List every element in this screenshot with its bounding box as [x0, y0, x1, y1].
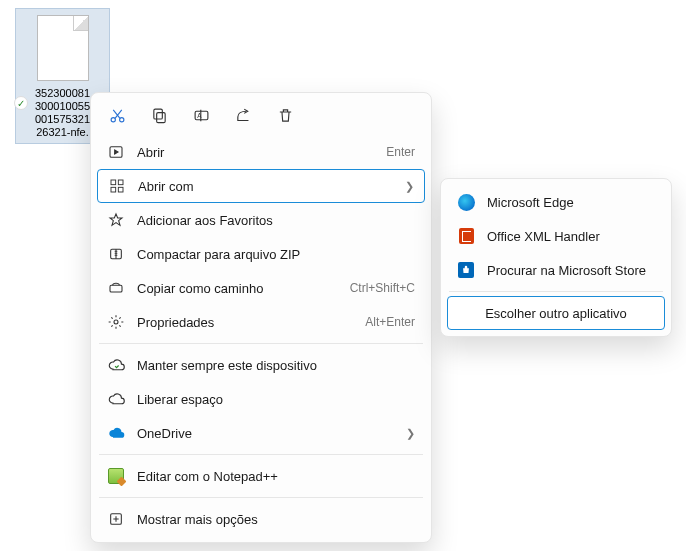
- menu-label: Liberar espaço: [137, 392, 415, 407]
- context-menu: A Abrir Enter Abrir com ❯ Adicionar aos …: [90, 92, 432, 543]
- svg-point-1: [119, 117, 123, 121]
- zip-icon: [107, 245, 125, 263]
- menu-label: Compactar para arquivo ZIP: [137, 247, 415, 262]
- rename-icon[interactable]: A: [191, 105, 211, 125]
- menu-label: Mostrar mais opções: [137, 512, 415, 527]
- menu-label: Abrir com: [138, 179, 393, 194]
- cut-icon[interactable]: [107, 105, 127, 125]
- menu-item-show-more[interactable]: Mostrar mais opções: [97, 502, 425, 536]
- chevron-right-icon: ❯: [405, 180, 414, 193]
- edge-icon: [457, 193, 475, 211]
- menu-separator: [449, 291, 663, 292]
- submenu-label: Office XML Handler: [487, 229, 655, 244]
- menu-item-favorites[interactable]: Adicionar aos Favoritos: [97, 203, 425, 237]
- menu-item-onedrive[interactable]: OneDrive ❯: [97, 416, 425, 450]
- menu-label: Editar com o Notepad++: [137, 469, 415, 484]
- svg-rect-3: [153, 109, 162, 119]
- onedrive-icon: [107, 424, 125, 442]
- menu-item-properties[interactable]: Propriedades Alt+Enter: [97, 305, 425, 339]
- show-more-icon: [107, 510, 125, 528]
- sync-ok-badge: ✓: [14, 96, 28, 110]
- submenu-item-ms-store[interactable]: Procurar na Microsoft Store: [447, 253, 665, 287]
- open-icon: [107, 143, 125, 161]
- notepadpp-icon: [107, 467, 125, 485]
- open-with-submenu: Microsoft Edge Office XML Handler Procur…: [440, 178, 672, 337]
- svg-point-0: [111, 117, 115, 121]
- copy-icon[interactable]: [149, 105, 169, 125]
- context-toolbar: A: [97, 99, 425, 135]
- file-name-part: 352300081: [35, 87, 90, 99]
- menu-label: Propriedades: [137, 315, 353, 330]
- menu-separator: [99, 343, 423, 344]
- share-icon[interactable]: [233, 105, 253, 125]
- file-name-part: 26321-nfe.: [36, 126, 89, 138]
- menu-separator: [99, 497, 423, 498]
- menu-label: Copiar como caminho: [137, 281, 338, 296]
- cloud-icon: [107, 390, 125, 408]
- office-icon: [457, 227, 475, 245]
- svg-rect-2: [156, 112, 165, 122]
- menu-label: Manter sempre este dispositivo: [137, 358, 415, 373]
- store-icon: [457, 261, 475, 279]
- svg-rect-10: [118, 187, 123, 192]
- menu-label: OneDrive: [137, 426, 394, 441]
- menu-item-copy-path[interactable]: Copiar como caminho Ctrl+Shift+C: [97, 271, 425, 305]
- menu-accel: Enter: [386, 145, 415, 159]
- file-name-part: 300010055: [35, 100, 90, 112]
- delete-icon[interactable]: [275, 105, 295, 125]
- menu-accel: Alt+Enter: [365, 315, 415, 329]
- file-icon: [37, 15, 89, 81]
- menu-item-open[interactable]: Abrir Enter: [97, 135, 425, 169]
- menu-item-open-with[interactable]: Abrir com ❯: [97, 169, 425, 203]
- submenu-item-edge[interactable]: Microsoft Edge: [447, 185, 665, 219]
- properties-icon: [107, 313, 125, 331]
- menu-label: Abrir: [137, 145, 374, 160]
- copy-path-icon: [107, 279, 125, 297]
- menu-item-free-space[interactable]: Liberar espaço: [97, 382, 425, 416]
- menu-separator: [99, 454, 423, 455]
- svg-text:A: A: [197, 112, 202, 119]
- menu-label: Adicionar aos Favoritos: [137, 213, 415, 228]
- submenu-label: Procurar na Microsoft Store: [487, 263, 655, 278]
- menu-accel: Ctrl+Shift+C: [350, 281, 415, 295]
- file-name-part: 001575321: [35, 113, 90, 125]
- svg-point-13: [114, 320, 118, 324]
- submenu-item-office-xml[interactable]: Office XML Handler: [447, 219, 665, 253]
- submenu-label: Microsoft Edge: [487, 195, 655, 210]
- menu-item-notepadpp[interactable]: Editar com o Notepad++: [97, 459, 425, 493]
- menu-item-keep-device[interactable]: Manter sempre este dispositivo: [97, 348, 425, 382]
- open-with-icon: [108, 177, 126, 195]
- cloud-sync-icon: [107, 356, 125, 374]
- submenu-item-choose-other[interactable]: Escolher outro aplicativo: [447, 296, 665, 330]
- svg-rect-7: [111, 180, 116, 185]
- submenu-label: Escolher outro aplicativo: [485, 306, 627, 321]
- svg-rect-9: [111, 187, 116, 192]
- menu-item-zip[interactable]: Compactar para arquivo ZIP: [97, 237, 425, 271]
- chevron-right-icon: ❯: [406, 427, 415, 440]
- star-icon: [107, 211, 125, 229]
- svg-rect-8: [118, 180, 123, 185]
- svg-rect-12: [110, 285, 122, 292]
